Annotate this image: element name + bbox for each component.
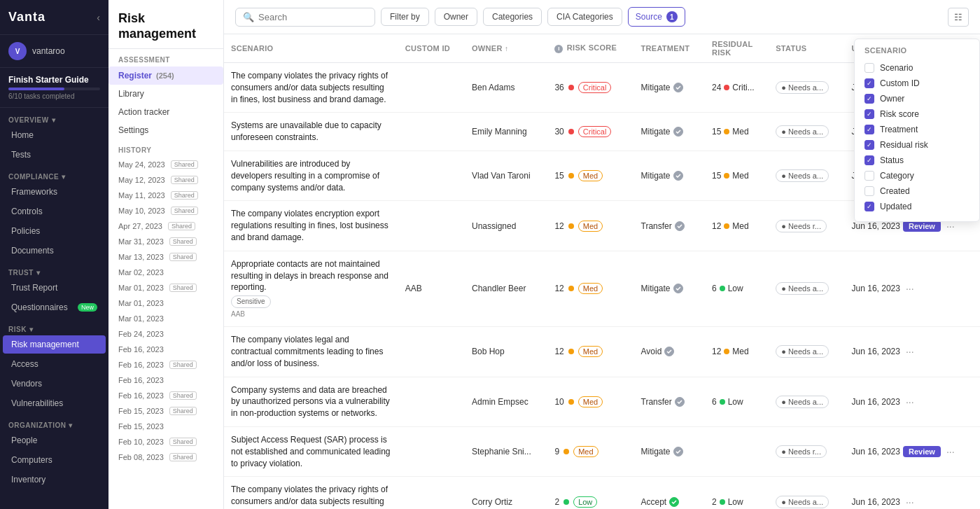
status-pill: ● Needs a...: [776, 345, 829, 358]
history-item[interactable]: Apr 27, 2023Shared: [108, 218, 223, 234]
status-pill: ● Needs r...: [776, 220, 827, 232]
dropdown-column-item[interactable]: Owner: [864, 91, 969, 106]
column-checkbox[interactable]: [864, 140, 874, 150]
history-item[interactable]: Mar 01, 2023: [108, 295, 223, 311]
history-item[interactable]: Feb 16, 2023: [108, 342, 223, 357]
history-item[interactable]: Mar 13, 2023Shared: [108, 249, 223, 265]
column-checkbox[interactable]: [864, 94, 874, 104]
sidebar-item-risk-management[interactable]: Risk management: [3, 335, 106, 354]
row-menu-dots[interactable]: ···: [903, 395, 917, 409]
column-checkbox[interactable]: [864, 202, 874, 211]
dropdown-column-item[interactable]: Scenario: [864, 60, 969, 76]
dropdown-column-item[interactable]: Risk score: [864, 106, 969, 122]
row-menu-dots[interactable]: ···: [903, 281, 917, 295]
column-checkbox[interactable]: [864, 155, 874, 165]
score-dot: [568, 223, 574, 229]
column-label: Scenario: [880, 63, 913, 73]
column-label: Treatment: [880, 125, 918, 134]
source-filter-button[interactable]: Source 1: [628, 7, 685, 27]
history-item[interactable]: May 12, 2023Shared: [108, 172, 223, 188]
sidebar-item-policies[interactable]: Policies: [3, 222, 106, 240]
dropdown-column-item[interactable]: Status: [864, 153, 969, 168]
table-row[interactable]: Appropriate contacts are not maintained …: [224, 251, 980, 326]
owner-filter-button[interactable]: Owner: [435, 8, 477, 26]
table-row[interactable]: The company violates legal and contractu…: [224, 327, 980, 377]
history-item[interactable]: May 10, 2023Shared: [108, 203, 223, 218]
table-row[interactable]: Subject Access Request (SAR) process is …: [224, 426, 980, 476]
treatment-cell: Avoid: [634, 327, 705, 377]
search-icon: 🔍: [243, 12, 254, 22]
column-checkbox[interactable]: [864, 125, 874, 134]
row-menu-dots[interactable]: ···: [903, 344, 917, 358]
sidebar-collapse-icon[interactable]: ‹: [97, 12, 100, 23]
history-item[interactable]: Feb 08, 2023Shared: [108, 449, 223, 465]
sidebar-item-trust-report[interactable]: Trust Report: [3, 279, 106, 297]
history-item[interactable]: Mar 02, 2023: [108, 265, 223, 280]
cia-categories-filter-button[interactable]: CIA Categories: [547, 8, 622, 26]
filter-by-button[interactable]: Filter by: [381, 8, 429, 26]
sidebar-item-home[interactable]: Home: [3, 126, 106, 144]
dropdown-column-item[interactable]: Category: [864, 168, 969, 183]
history-item[interactable]: Mar 01, 2023: [108, 311, 223, 326]
column-checkbox[interactable]: [864, 171, 874, 181]
history-item[interactable]: Feb 15, 2023: [108, 419, 223, 434]
middle-item-library[interactable]: Library: [108, 85, 223, 103]
history-item[interactable]: Feb 16, 2023Shared: [108, 357, 223, 372]
history-item[interactable]: Feb 16, 2023Shared: [108, 388, 223, 403]
owner-cell: Bob Hop: [465, 327, 547, 377]
table-row[interactable]: The company violates the privacy rights …: [224, 477, 980, 509]
categories-filter-button[interactable]: Categories: [483, 8, 542, 26]
residual-dot: [724, 129, 729, 134]
sidebar-item-access[interactable]: Access: [3, 355, 106, 373]
column-checkbox[interactable]: [864, 78, 874, 88]
history-item[interactable]: Mar 01, 2023Shared: [108, 280, 223, 295]
sidebar-item-people[interactable]: People: [3, 431, 106, 449]
column-checkbox[interactable]: [864, 109, 874, 119]
column-label: Category: [880, 171, 914, 181]
sidebar-item-frameworks[interactable]: Frameworks: [3, 183, 106, 201]
sidebar-item-controls[interactable]: Controls: [3, 202, 106, 221]
th-risk-score: i RISK SCORE: [547, 34, 634, 63]
column-checkbox[interactable]: [864, 186, 874, 196]
review-badge[interactable]: Review: [903, 446, 941, 457]
search-box[interactable]: 🔍: [235, 8, 375, 27]
dropdown-column-item[interactable]: Custom ID: [864, 76, 969, 91]
middle-item-settings[interactable]: Settings: [108, 121, 223, 139]
table-row[interactable]: Company systems and data are breached by…: [224, 377, 980, 426]
sidebar-item-computers[interactable]: Computers: [3, 451, 106, 469]
dropdown-column-item[interactable]: Updated: [864, 199, 969, 214]
sidebar-item-vendors[interactable]: Vendors: [3, 375, 106, 393]
treatment-cell: Transfer: [634, 201, 705, 251]
dropdown-column-item[interactable]: Created: [864, 183, 969, 199]
sidebar-item-questionnaires[interactable]: Questionnaires New: [3, 298, 106, 316]
row-menu-dots[interactable]: ···: [903, 495, 917, 509]
treatment-cell: Mitigate: [634, 113, 705, 151]
search-input[interactable]: [258, 12, 356, 22]
history-item[interactable]: Feb 24, 2023: [108, 326, 223, 342]
middle-item-register[interactable]: Register (254): [108, 67, 223, 85]
residual-dot: [720, 286, 725, 291]
column-checkbox[interactable]: [864, 63, 874, 73]
treatment-check-icon: [675, 221, 685, 231]
sidebar-item-vulnerabilities[interactable]: Vulnerabilities: [3, 394, 106, 412]
sidebar-item-inventory[interactable]: Inventory: [3, 470, 106, 489]
score-dot: [568, 85, 574, 90]
middle-item-action-tracker[interactable]: Action tracker: [108, 103, 223, 121]
history-item[interactable]: May 11, 2023Shared: [108, 188, 223, 203]
dropdown-column-item[interactable]: Residual risk: [864, 137, 969, 153]
status-pill: ● Needs a...: [776, 496, 829, 508]
columns-button[interactable]: ☷: [948, 8, 969, 27]
treatment-check-icon: [664, 347, 674, 356]
updated-date: Jun 16, 2023: [852, 447, 900, 456]
sidebar-item-tests[interactable]: Tests: [3, 146, 106, 164]
history-item[interactable]: Feb 15, 2023Shared: [108, 403, 223, 419]
dropdown-column-item[interactable]: Treatment: [864, 122, 969, 137]
sidebar-item-documents[interactable]: Documents: [3, 242, 106, 260]
history-item[interactable]: Feb 16, 2023: [108, 372, 223, 388]
history-item[interactable]: Feb 10, 2023Shared: [108, 434, 223, 449]
history-item[interactable]: Mar 31, 2023Shared: [108, 234, 223, 249]
history-item[interactable]: May 24, 2023Shared: [108, 157, 223, 172]
updated-cell: Jun 16, 2023···: [845, 477, 980, 509]
updated-cell: Jun 16, 2023···: [845, 251, 980, 326]
row-menu-dots[interactable]: ···: [944, 445, 958, 459]
